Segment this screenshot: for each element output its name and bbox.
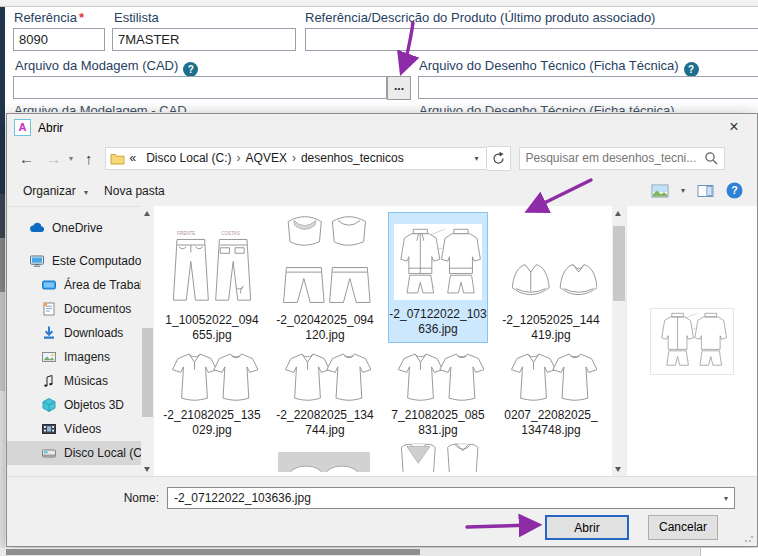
thumbnail-sports-bra-sketch (505, 258, 597, 310)
view-dropdown-icon[interactable]: ▾ (681, 186, 685, 195)
preview-pane-icon[interactable] (697, 184, 714, 198)
folder-icon (110, 152, 125, 165)
preview-pane (626, 206, 757, 477)
scrollbar-thumb[interactable] (142, 328, 153, 417)
preview-image (650, 308, 734, 375)
refresh-button[interactable] (487, 146, 511, 171)
sidebar-label: Área de Trabalho (64, 278, 141, 292)
sidebar-item-documentos[interactable]: Documentos (7, 297, 141, 321)
preview-jacket-sketch (651, 309, 733, 371)
scrollbar-thumb[interactable] (613, 226, 625, 301)
organize-menu[interactable]: Organizar ▾ (23, 184, 88, 198)
computer-icon (29, 253, 45, 269)
file-list-scrollbar[interactable] (612, 206, 626, 477)
breadcrumb-desenhos-tecnicos[interactable]: desenhos_tecnicos (301, 151, 404, 165)
address-bar[interactable]: « Disco Local (C:) › AQVEX › desenhos_te… (105, 147, 487, 170)
file-item[interactable] (387, 442, 487, 472)
descricao-produto-input[interactable] (305, 28, 758, 51)
sidebar-item-imagens[interactable]: Imagens (7, 345, 141, 369)
sidebar-item-este-computador[interactable]: Este Computador (7, 249, 141, 273)
address-dropdown-icon[interactable]: ▾ (472, 154, 482, 163)
help-icon[interactable]: ? (726, 182, 743, 199)
arquivo-cad-label-text: Arquivo da Modagem (CAD) (15, 58, 178, 73)
help-badge-icon[interactable]: ? (684, 62, 699, 77)
sidebar-item-area-de-trabalho[interactable]: Área de Trabalho (7, 273, 141, 297)
downloads-icon (41, 325, 57, 341)
open-file-dialog: A Abrir × ← → ▾ ↑ « Disco Local (C:) › A… (6, 113, 758, 547)
new-folder-button[interactable]: Nova pasta (104, 184, 165, 198)
page-horizontal-scrollbar[interactable] (0, 548, 700, 556)
close-icon[interactable]: × (717, 114, 751, 140)
file-item[interactable]: -2_12052025_144419.jpg (501, 212, 601, 343)
sidebar-scrollbar[interactable] (141, 206, 154, 477)
page-bottom-right-area (700, 548, 758, 556)
referencia-label: Referência* (14, 10, 84, 25)
dialog-footer: Nome: -2_07122022_103636.jpg ▾ Abrir Can… (7, 476, 757, 546)
up-icon[interactable]: ↑ (85, 150, 93, 167)
cancel-button[interactable]: Cancelar (648, 515, 718, 540)
file-name: -2_22082025_134744.jpg (275, 405, 375, 438)
sidebar-item-onedrive[interactable]: OneDrive (7, 216, 141, 240)
sidebar-item-musicas[interactable]: Músicas (7, 369, 141, 393)
arquivo-tecnico-input[interactable] (418, 76, 758, 99)
sidebar-label: Downloads (64, 326, 123, 340)
thumbnail-jacket-shorts-sketch (394, 224, 482, 300)
documents-icon (41, 301, 57, 317)
forward-icon: → (46, 150, 61, 167)
sidebar-label: OneDrive (52, 221, 103, 235)
dialog-toolbar: Organizar ▾ Nova pasta ▾ ? (7, 175, 757, 207)
arquivo-cad-label: Arquivo da Modagem (CAD)? (15, 58, 198, 77)
file-item-selected[interactable]: -2_07122022_103636.jpg (388, 212, 488, 343)
page-left-sidebar-edge (0, 7, 5, 556)
sidebar-label: Músicas (64, 374, 108, 388)
file-item[interactable] (275, 452, 375, 472)
arquivo-cad-input[interactable] (13, 76, 387, 99)
file-item[interactable]: -2_22082025_134744.jpg (275, 347, 375, 438)
search-icon (704, 151, 718, 165)
file-item[interactable]: FRENTE COSTAS 1_10052022_094655.jpg (162, 212, 262, 343)
scroll-down-icon[interactable] (144, 467, 150, 472)
filename-combobox[interactable]: -2_07122022_103636.jpg ▾ (167, 487, 735, 509)
scrollbar-thumb[interactable] (6, 549, 420, 555)
referencia-input[interactable] (13, 28, 105, 51)
scroll-down-icon[interactable] (615, 467, 621, 472)
breadcrumb-disco-local[interactable]: Disco Local (C:) (146, 151, 231, 165)
dialog-titlebar[interactable]: A Abrir × (7, 114, 757, 141)
file-item[interactable]: -2_21082025_135029.jpg (162, 347, 262, 438)
sidebar-item-downloads[interactable]: Downloads (7, 321, 141, 345)
thumbnail-jeans-sketch: FRENTE COSTAS (166, 226, 258, 310)
estilista-input[interactable] (112, 28, 296, 51)
file-item[interactable]: -2_02042025_094120.jpg (275, 212, 375, 343)
svg-text:?: ? (731, 184, 737, 196)
scroll-up-icon[interactable] (144, 211, 150, 216)
combobox-chevron-icon[interactable]: ▾ (724, 494, 734, 503)
filename-label: Nome: (107, 491, 159, 505)
places-sidebar: OneDrive Este Computador Área de Trabalh… (7, 206, 141, 477)
file-item[interactable]: 7_21082025_085831.jpg (388, 347, 488, 438)
svg-text:FRENTE: FRENTE (177, 231, 195, 236)
back-icon[interactable]: ← (19, 150, 34, 167)
thumbnail-croptop-set-sketch (279, 214, 371, 310)
scroll-up-icon[interactable] (615, 211, 621, 216)
search-placeholder: Pesquisar em desenhos_tecni... (526, 151, 704, 165)
browse-file-button[interactable]: ... (387, 76, 411, 100)
estilista-label: Estilista (114, 10, 159, 25)
file-item[interactable]: 0207_22082025_134748.jpg (501, 347, 601, 438)
sidebar-item-objetos-3d[interactable]: Objetos 3D (7, 393, 141, 417)
help-badge-icon[interactable]: ? (183, 62, 198, 77)
desktop-icon (41, 277, 57, 293)
search-input[interactable]: Pesquisar em desenhos_tecni... (519, 147, 725, 170)
file-list: FRENTE COSTAS 1_10052022_094655.jpg (154, 206, 612, 477)
open-button[interactable]: Abrir (545, 515, 629, 540)
thumbnail-polo-sketch (392, 349, 484, 405)
sidebar-label: Documentos (64, 302, 131, 316)
thumbnail-view-icon[interactable] (651, 184, 669, 198)
sidebar-item-videos[interactable]: Vídeos (7, 417, 141, 441)
sidebar-item-disco-local[interactable]: Disco Local (C:) (7, 441, 141, 465)
dialog-content: OneDrive Este Computador Área de Trabalh… (7, 206, 757, 477)
history-chevron-icon[interactable]: ▾ (69, 154, 73, 163)
breadcrumb-root: « (130, 151, 137, 165)
breadcrumb-aqvex[interactable]: AQVEX (246, 151, 287, 165)
clipped-label-left: Arquivo da Modelagem - CAD (14, 103, 314, 112)
resize-grip[interactable] (744, 533, 754, 543)
